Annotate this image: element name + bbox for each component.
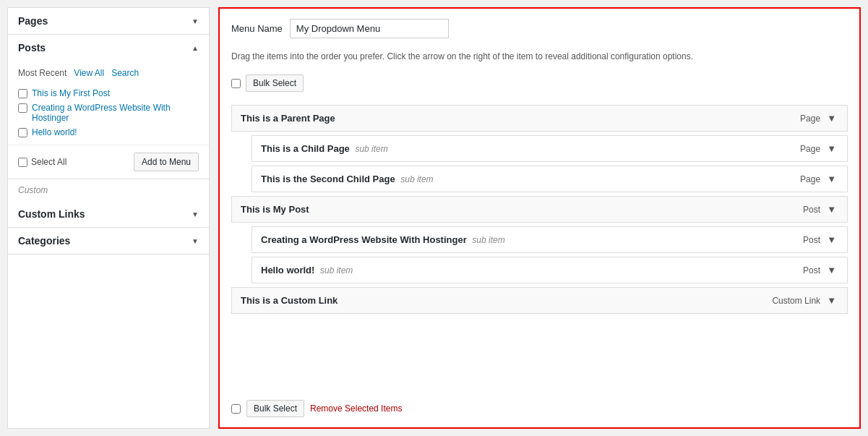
menu-item-2[interactable]: This is a Child Page sub item Page ▼ — [252, 135, 848, 162]
menu-item-6-type: Post — [803, 265, 820, 275]
menu-item-6-right: Post ▼ — [803, 265, 838, 275]
pages-section: Pages ▼ — [8, 8, 209, 35]
menu-item-3[interactable]: This is the Second Child Page sub item P… — [252, 166, 848, 192]
menu-item-1-right: Page ▼ — [800, 113, 838, 124]
menu-item-7-label: This is a Custom Link — [241, 295, 338, 306]
menu-item-4-label: This is My Post — [241, 204, 309, 215]
pages-arrow: ▼ — [192, 17, 199, 25]
custom-links-section: Custom Links ▼ — [8, 201, 209, 228]
post-item-1[interactable]: This is My First Post — [18, 88, 199, 98]
menu-item-1-chevron[interactable]: ▼ — [825, 113, 838, 124]
menu-item-5-chevron[interactable]: ▼ — [825, 234, 838, 245]
menu-item-3-type: Page — [800, 174, 820, 184]
post-label-2: Creating a WordPress Website With Hostin… — [32, 103, 199, 123]
tab-most-recent[interactable]: Most Recent — [18, 68, 66, 78]
menu-item-2-sublabel: sub item — [355, 144, 387, 154]
custom-links-header[interactable]: Custom Links ▼ — [8, 201, 209, 227]
custom-label: Custom — [8, 179, 209, 201]
menu-items-list: This is a Parent Page Page ▼ This is a C… — [231, 105, 848, 387]
menu-item-2-right: Page ▼ — [800, 143, 838, 154]
menu-item-2-label: This is a Child Page sub item — [261, 143, 388, 154]
categories-label: Categories — [18, 235, 70, 247]
posts-section: Posts ▲ Most Recent View All Search This… — [8, 35, 209, 179]
posts-label: Posts — [18, 42, 46, 54]
posts-tabs: Most Recent View All Search — [18, 68, 199, 78]
menu-item-6-chevron[interactable]: ▼ — [825, 265, 838, 275]
categories-arrow: ▼ — [192, 237, 199, 245]
select-all-checkbox[interactable] — [18, 158, 27, 167]
bulk-select-top-checkbox[interactable] — [231, 79, 241, 88]
pages-section-header[interactable]: Pages ▼ — [8, 8, 209, 34]
menu-item-3-label: This is the Second Child Page sub item — [261, 174, 434, 184]
menu-name-label: Menu Name — [231, 23, 283, 34]
posts-footer: Select All Add to Menu — [8, 145, 209, 179]
categories-section: Categories ▼ — [8, 228, 209, 255]
bulk-select-top-row: Bulk Select — [231, 74, 848, 92]
bulk-select-top-button[interactable]: Bulk Select — [246, 74, 304, 92]
post-checkbox-2[interactable] — [18, 103, 27, 113]
bulk-select-bottom-checkbox[interactable] — [231, 404, 241, 414]
menu-item-5-sublabel: sub item — [472, 235, 504, 245]
menu-item-7-chevron[interactable]: ▼ — [825, 295, 838, 306]
menu-item-5-label: Creating a WordPress Website With Hostin… — [261, 234, 505, 245]
posts-section-body: Most Recent View All Search This is My F… — [8, 61, 209, 145]
menu-item-1-label: This is a Parent Page — [241, 113, 335, 124]
menu-item-7[interactable]: This is a Custom Link Custom Link ▼ — [231, 287, 848, 314]
post-item-3[interactable]: Hello world! — [18, 127, 199, 137]
menu-item-2-chevron[interactable]: ▼ — [825, 143, 838, 154]
menu-item-7-type: Custom Link — [772, 296, 820, 306]
menu-item-3-right: Page ▼ — [800, 174, 838, 184]
menu-item-4-chevron[interactable]: ▼ — [825, 204, 838, 215]
menu-item-7-right: Custom Link ▼ — [772, 295, 838, 306]
menu-item-1-type: Page — [800, 114, 820, 124]
menu-item-6-sublabel: sub item — [320, 265, 353, 275]
add-to-menu-button[interactable]: Add to Menu — [134, 153, 199, 171]
menu-item-1[interactable]: This is a Parent Page Page ▼ — [231, 105, 848, 132]
menu-item-5-right: Post ▼ — [803, 234, 838, 245]
menu-item-6-label: Hello world! sub item — [261, 265, 353, 275]
menu-item-5[interactable]: Creating a WordPress Website With Hostin… — [252, 226, 848, 253]
post-label-3: Hello world! — [32, 127, 77, 137]
post-item-2[interactable]: Creating a WordPress Website With Hostin… — [18, 103, 199, 123]
pages-label: Pages — [18, 15, 48, 27]
tab-view-all[interactable]: View All — [74, 68, 104, 78]
tab-search[interactable]: Search — [111, 68, 139, 78]
posts-section-header[interactable]: Posts ▲ — [8, 35, 209, 61]
menu-item-3-sublabel: sub item — [400, 174, 433, 184]
drag-hint: Drag the items into the order you prefer… — [231, 50, 848, 63]
menu-item-3-chevron[interactable]: ▼ — [825, 174, 838, 184]
menu-item-4-type: Post — [803, 205, 820, 215]
remove-selected-button[interactable]: Remove Selected Items — [310, 403, 402, 414]
menu-name-row: Menu Name — [231, 19, 848, 38]
categories-header[interactable]: Categories ▼ — [8, 228, 209, 254]
bottom-bulk-row: Bulk Select Remove Selected Items — [231, 400, 848, 417]
menu-item-4-right: Post ▼ — [803, 204, 838, 215]
menu-item-5-type: Post — [803, 235, 820, 245]
menu-item-6[interactable]: Hello world! sub item Post ▼ — [252, 257, 848, 283]
custom-links-arrow: ▼ — [192, 210, 199, 218]
post-checkbox-3[interactable] — [18, 128, 27, 137]
custom-links-label: Custom Links — [18, 208, 85, 220]
left-sidebar: Pages ▼ Posts ▲ Most Recent View All Sea… — [7, 7, 210, 429]
menu-name-input[interactable] — [290, 19, 449, 38]
post-checkbox-1[interactable] — [18, 89, 27, 98]
menu-item-4[interactable]: This is My Post Post ▼ — [231, 196, 848, 223]
main-panel: Menu Name Drag the items into the order … — [218, 7, 861, 429]
posts-arrow: ▲ — [192, 44, 199, 52]
post-label-1: This is My First Post — [32, 88, 110, 98]
menu-item-2-type: Page — [800, 144, 820, 154]
select-all-label[interactable]: Select All — [18, 157, 66, 167]
bulk-select-bottom-button[interactable]: Bulk Select — [246, 400, 304, 417]
